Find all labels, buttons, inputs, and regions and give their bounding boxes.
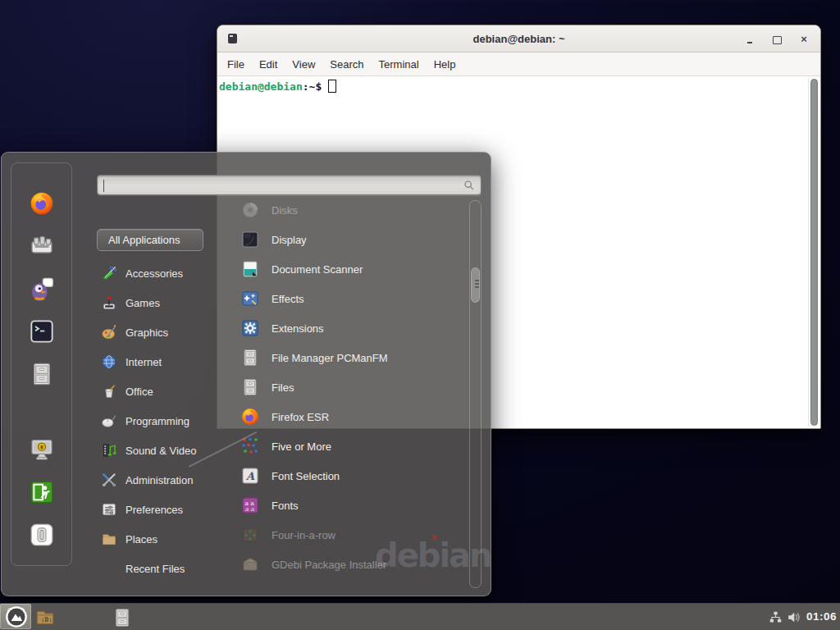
- app-item-fonts[interactable]: a aa aFonts: [228, 491, 459, 520]
- terminal-menu-terminal[interactable]: Terminal: [379, 58, 419, 71]
- close-button[interactable]: ×: [799, 34, 809, 44]
- files-task-button[interactable]: [112, 607, 133, 628]
- terminal-icon[interactable]: [29, 318, 55, 345]
- app-label: Four-in-a-row: [272, 529, 336, 541]
- category-item-preferences[interactable]: Preferences: [97, 495, 221, 524]
- category-label: Recent Files: [126, 563, 185, 575]
- app-item-font-selection[interactable]: AFont Selection: [228, 461, 459, 491]
- terminal-cursor: [328, 80, 336, 93]
- prompt-path: :~$: [303, 80, 322, 93]
- app-label: Effects: [272, 293, 304, 305]
- menu-scrollbar-thumb[interactable]: [471, 267, 480, 303]
- app-item-document-scanner[interactable]: Document Scanner: [228, 254, 459, 284]
- prompt-user: debian@debian: [219, 80, 303, 93]
- terminal-menu-help[interactable]: Help: [434, 58, 456, 71]
- application-menu: debian All Applications AccessoriesGames…: [1, 152, 491, 596]
- maximize-button[interactable]: [772, 34, 782, 44]
- category-item-programming[interactable]: Programming: [97, 406, 221, 436]
- app-label: Files: [272, 381, 294, 394]
- desktop-launcher-icon[interactable]: :D:: [34, 607, 56, 628]
- app-label: Five or More: [272, 441, 331, 453]
- pidgin-icon[interactable]: [29, 276, 55, 302]
- app-label: Document Scanner: [272, 263, 363, 276]
- app-label: Fonts: [272, 500, 299, 512]
- terminal-menu-edit[interactable]: Edit: [259, 58, 277, 71]
- category-item-graphics[interactable]: Graphics: [97, 317, 221, 347]
- volume-icon[interactable]: [786, 609, 801, 625]
- administration-icon: [101, 472, 117, 488]
- lock-screen-icon[interactable]: [29, 436, 55, 463]
- app-item-effects[interactable]: Effects: [228, 284, 459, 313]
- terminal-menu-view[interactable]: View: [292, 58, 315, 71]
- app-item-four-in-a-row[interactable]: Four-in-a-row: [228, 520, 459, 550]
- search-input[interactable]: [103, 177, 455, 193]
- app-label: Font Selection: [272, 470, 340, 482]
- network-icon[interactable]: [769, 610, 783, 624]
- app-list: DisksDisplayDocument ScannerEffectsExten…: [228, 195, 459, 579]
- app-item-extensions[interactable]: Extensions: [228, 313, 459, 343]
- category-item-administration[interactable]: Administration: [97, 465, 221, 495]
- category-item-games[interactable]: Games: [97, 288, 221, 317]
- cabinet-icon: [240, 377, 260, 397]
- internet-icon: [101, 354, 117, 370]
- app-item-display[interactable]: Display: [228, 225, 459, 254]
- terminal-menu-file[interactable]: File: [227, 58, 244, 71]
- app-item-five-or-more[interactable]: Five or More: [228, 431, 459, 461]
- category-label: Places: [126, 533, 158, 546]
- svg-text::D:: :D:: [41, 616, 52, 623]
- window-controls: ×: [745, 25, 809, 52]
- fonts-icon: a aa a: [240, 495, 260, 515]
- category-item-office[interactable]: Office: [97, 377, 221, 406]
- app-item-files[interactable]: Files: [228, 372, 459, 402]
- shutdown-icon[interactable]: [29, 522, 55, 548]
- category-label: Games: [126, 297, 160, 309]
- category-item-sound-video[interactable]: Sound & Video: [97, 436, 221, 465]
- category-item-accessories[interactable]: Accessories: [97, 258, 221, 288]
- menu-button[interactable]: [5, 605, 28, 628]
- cabinet-icon: [240, 348, 260, 368]
- app-label: File Manager PCManFM: [272, 352, 388, 364]
- terminal-scrollbar-thumb[interactable]: [810, 79, 818, 426]
- app-label: Extensions: [272, 322, 324, 335]
- app-item-firefox-esr[interactable]: Firefox ESR: [228, 402, 459, 431]
- category-list: All Applications AccessoriesGamesGraphic…: [97, 229, 221, 583]
- category-label: Office: [126, 386, 153, 398]
- file-manager-icon[interactable]: [29, 361, 55, 387]
- desktop: debian@debian: ~ × FileEditViewSearchTer…: [0, 0, 840, 630]
- terminal-scrollbar[interactable]: [808, 77, 819, 427]
- app-item-file-manager-pcmanfm[interactable]: File Manager PCManFM: [228, 343, 459, 372]
- app-item-disks[interactable]: Disks: [228, 195, 459, 225]
- font-selection-icon: A: [240, 466, 260, 486]
- office-icon: [101, 383, 117, 399]
- category-label: Programming: [126, 415, 189, 427]
- taskbar: :D: 01:06: [0, 603, 840, 630]
- four-in-a-row-icon: [240, 525, 260, 545]
- category-item-recent-files[interactable]: Recent Files: [97, 554, 221, 583]
- category-item-all-applications[interactable]: All Applications: [97, 229, 203, 251]
- terminal-menu-search[interactable]: Search: [330, 58, 363, 71]
- svg-text:A: A: [245, 470, 255, 482]
- terminal-titlebar[interactable]: debian@debian: ~ ×: [217, 25, 820, 52]
- disks-icon: [240, 200, 260, 220]
- clock[interactable]: 01:06: [806, 610, 837, 623]
- firefox-icon[interactable]: [29, 190, 55, 217]
- programming-icon: [101, 413, 117, 429]
- category-item-places[interactable]: Places: [97, 524, 221, 554]
- app-label: GDebi Package Installer: [272, 559, 386, 571]
- logout-icon[interactable]: [29, 479, 55, 505]
- firefox-icon: [240, 407, 260, 427]
- window-title: debian@debian: ~: [217, 33, 820, 45]
- category-item-internet[interactable]: Internet: [97, 347, 221, 377]
- minimize-button[interactable]: [745, 34, 755, 44]
- app-item-gdebi-package-installer[interactable]: GDebi Package Installer: [228, 550, 459, 579]
- category-label: Preferences: [126, 504, 183, 516]
- terminal-window-icon: [228, 34, 237, 43]
- sound-video-icon: [101, 442, 117, 459]
- places-icon: [101, 531, 117, 547]
- category-label: Internet: [126, 356, 162, 368]
- display-icon: [240, 230, 260, 249]
- search-icon: [463, 179, 476, 192]
- menu-scrollbar[interactable]: [469, 200, 482, 588]
- games-icon: [101, 294, 117, 311]
- control-center-icon[interactable]: [29, 233, 55, 259]
